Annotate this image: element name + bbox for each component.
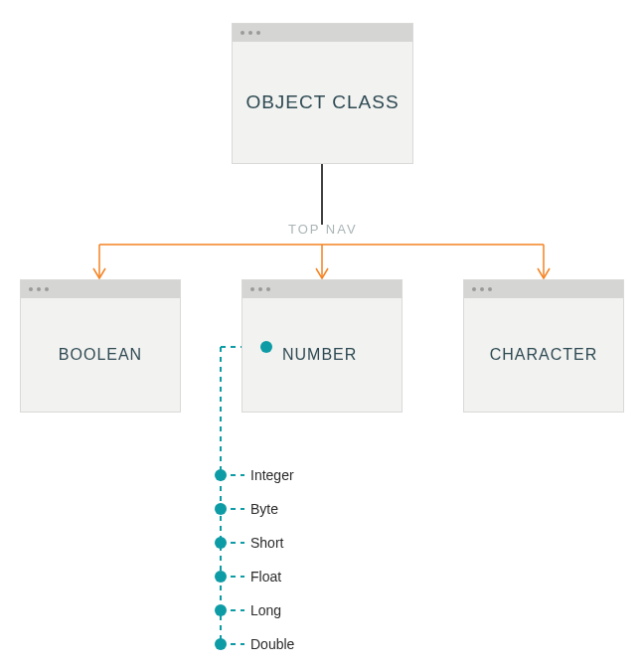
subtype-node-icon [215,604,227,616]
subtype-short: Short [250,535,283,551]
character-label: CHARACTER [490,346,598,364]
titlebar [21,280,180,298]
window-dot-icon [29,287,33,291]
titlebar [464,280,623,298]
root-window: OBJECT CLASS [232,23,413,164]
character-window: CHARACTER [463,279,624,413]
window-dot-icon [45,287,49,291]
number-label: NUMBER [282,346,357,364]
titlebar [242,280,402,298]
subtype-node-icon [215,469,227,481]
subtype-integer: Integer [250,467,294,483]
window-dot-icon [241,31,244,35]
window-dot-icon [266,287,270,291]
top-nav-label: TOP NAV [288,222,358,237]
number-node-icon [260,341,272,353]
titlebar [233,24,412,42]
window-dot-icon [472,287,476,291]
window-dot-icon [250,287,254,291]
subtype-node-icon [215,571,227,583]
window-dot-icon [37,287,41,291]
subtype-long: Long [250,602,281,618]
subtype-node-icon [215,638,227,650]
subtype-byte: Byte [250,501,278,517]
window-dot-icon [248,31,252,35]
root-label: OBJECT CLASS [245,91,399,113]
window-dot-icon [480,287,484,291]
window-dot-icon [256,31,260,35]
subtype-node-icon [215,503,227,515]
window-dot-icon [488,287,492,291]
boolean-window: BOOLEAN [20,279,181,413]
subtype-double: Double [250,636,294,652]
subtype-float: Float [250,569,281,584]
subtype-node-icon [215,537,227,549]
boolean-label: BOOLEAN [59,346,142,364]
window-dot-icon [258,287,262,291]
